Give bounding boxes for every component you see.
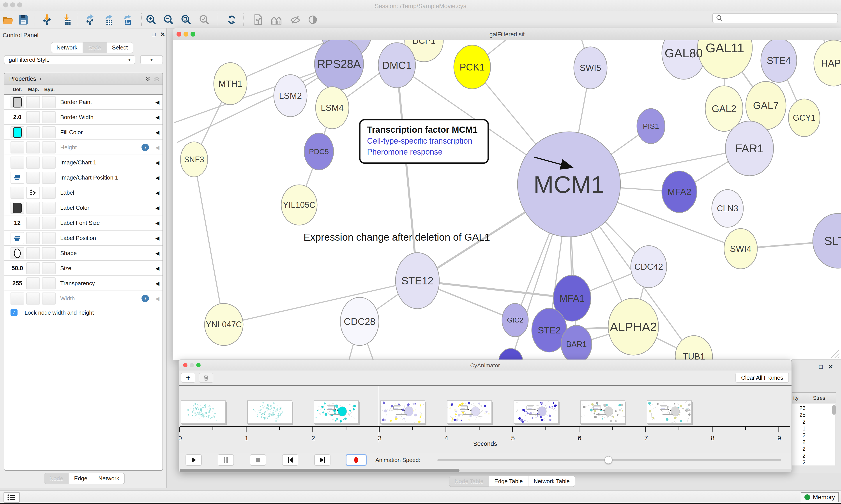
show-all-icon[interactable] [307, 14, 319, 26]
properties-header[interactable]: Properties ▼ [4, 73, 162, 85]
memory-button[interactable]: Memory [801, 492, 839, 502]
float-panel-icon[interactable]: □ [152, 31, 156, 38]
bypass-cell[interactable] [42, 247, 56, 259]
column-header[interactable]: Stres [813, 395, 825, 401]
style-options-button[interactable]: ▼ [140, 55, 163, 65]
property-row[interactable]: Border Paint◀ [4, 94, 162, 110]
property-row[interactable]: Fill Color◀ [4, 125, 162, 140]
resize-grip[interactable] [829, 348, 840, 359]
tab-edge-table[interactable]: Edge Table [489, 476, 528, 486]
export-table-icon[interactable] [103, 14, 115, 26]
tab-select[interactable]: Select [106, 42, 133, 53]
bypass-cell[interactable] [42, 262, 56, 274]
clear-all-frames-button[interactable]: Clear All Frames [735, 373, 789, 383]
bypass-cell[interactable] [42, 172, 56, 184]
property-row[interactable]: Heighti◀ [4, 140, 162, 155]
mapping-cell[interactable] [26, 247, 40, 259]
property-row[interactable]: Widthi◀ [4, 291, 162, 306]
bypass-cell[interactable] [42, 157, 56, 168]
import-table-icon[interactable] [61, 14, 73, 26]
tab-network-bottom[interactable]: Network [93, 473, 124, 484]
mcm1-annotation[interactable]: Transcription factor MCM1 Cell-type-spec… [359, 119, 489, 164]
timeline-scrollbar[interactable] [180, 469, 791, 472]
annotation-link[interactable]: Pheromone response [367, 147, 481, 157]
mapping-cell[interactable] [26, 111, 40, 123]
default-value-cell[interactable] [11, 232, 24, 244]
bypass-cell[interactable] [42, 141, 56, 154]
mapping-cell[interactable] [26, 172, 40, 184]
lock-size-checkbox[interactable]: ✓ [11, 309, 18, 316]
frame-thumbnail-1[interactable] [181, 400, 226, 424]
export-network-icon[interactable] [84, 14, 96, 26]
expand-property-icon[interactable]: ◀ [156, 291, 159, 306]
frame-thumbnail-8[interactable] [647, 400, 692, 424]
table-scrollbar[interactable] [832, 405, 836, 415]
frame-thumbnail-6[interactable] [514, 400, 558, 424]
skip-start-button[interactable] [282, 454, 298, 466]
bypass-cell[interactable] [42, 96, 56, 108]
default-value-cell[interactable] [11, 157, 24, 168]
frame-thumbnail-2[interactable] [247, 400, 292, 424]
bypass-cell[interactable] [42, 202, 56, 214]
tab-node[interactable]: Node [44, 473, 68, 484]
default-value-cell[interactable] [11, 202, 24, 214]
expand-property-icon[interactable]: ◀ [156, 231, 159, 246]
property-row[interactable]: Label◀ [4, 185, 162, 200]
default-value-cell[interactable]: 255 [11, 277, 24, 289]
mapping-cell[interactable] [26, 202, 40, 214]
tab-network-table[interactable]: Network Table [528, 476, 575, 486]
import-network-icon[interactable] [41, 14, 53, 26]
default-value-cell[interactable] [11, 126, 24, 138]
tab-style[interactable]: Style [83, 42, 106, 53]
property-row[interactable]: Label Position◀ [4, 231, 162, 246]
zoom-out-icon[interactable] [162, 14, 175, 26]
open-folder-icon[interactable] [2, 14, 14, 26]
zoom-in-icon[interactable] [145, 14, 157, 26]
first-neighbors-icon[interactable] [270, 14, 283, 26]
frame-thumbnail-7[interactable] [580, 400, 625, 424]
close-panel-icon[interactable]: ✕ [828, 363, 833, 370]
expand-property-icon[interactable]: ◀ [156, 110, 159, 125]
collapse-all-icon[interactable] [145, 75, 151, 82]
timeline-area[interactable]: 0123456789 Seconds [179, 385, 791, 453]
network-canvas[interactable]: DCP1RPS28ADMC1PCK1MTH1LSM2LSM4SNF3PDC5YI… [173, 40, 841, 360]
add-frame-button[interactable]: + [181, 373, 195, 383]
zoom-selected-icon[interactable] [198, 14, 211, 26]
tab-network[interactable]: Network [51, 42, 83, 53]
save-icon[interactable] [17, 14, 29, 26]
default-value-cell[interactable] [11, 247, 24, 259]
network-window-titlebar[interactable]: galFiltered.sif [173, 28, 841, 40]
pause-button[interactable] [218, 454, 234, 466]
expand-property-icon[interactable]: ◀ [156, 261, 159, 276]
expand-property-icon[interactable]: ◀ [156, 276, 159, 291]
frame-thumbnail-3[interactable] [314, 400, 359, 424]
bypass-cell[interactable] [42, 126, 56, 138]
edge-RPS28A-OFF_L2[interactable] [177, 64, 339, 142]
timeline-scrollbar-thumb[interactable] [180, 469, 460, 472]
expand-property-icon[interactable]: ◀ [156, 185, 159, 200]
delete-frame-button[interactable] [199, 373, 213, 383]
expand-property-icon[interactable]: ◀ [156, 94, 159, 110]
default-value-cell[interactable]: 12 [11, 217, 24, 229]
bypass-cell[interactable] [42, 217, 56, 229]
mapping-cell[interactable] [26, 96, 40, 108]
bypass-cell[interactable] [42, 111, 56, 123]
expand-property-icon[interactable]: ◀ [156, 125, 159, 140]
refresh-layout-icon[interactable] [226, 14, 238, 26]
hide-selected-icon[interactable] [289, 14, 301, 26]
close-panel-icon[interactable]: ✕ [160, 31, 165, 38]
stop-button[interactable] [250, 454, 266, 466]
mapping-cell[interactable] [26, 262, 40, 274]
property-row[interactable]: Shape◀ [4, 246, 162, 261]
mapping-cell[interactable] [26, 157, 40, 168]
search-field[interactable] [712, 13, 838, 23]
play-button[interactable] [185, 454, 202, 466]
expand-property-icon[interactable]: ◀ [156, 215, 159, 231]
default-value-cell[interactable] [11, 292, 24, 305]
property-row[interactable]: Label Color◀ [4, 200, 162, 215]
expand-property-icon[interactable]: ◀ [156, 170, 159, 185]
property-row[interactable]: 12Label Font Size◀ [4, 215, 162, 231]
bypass-cell[interactable] [42, 187, 56, 199]
expand-all-icon[interactable] [154, 75, 159, 82]
expand-property-icon[interactable]: ◀ [156, 200, 159, 215]
